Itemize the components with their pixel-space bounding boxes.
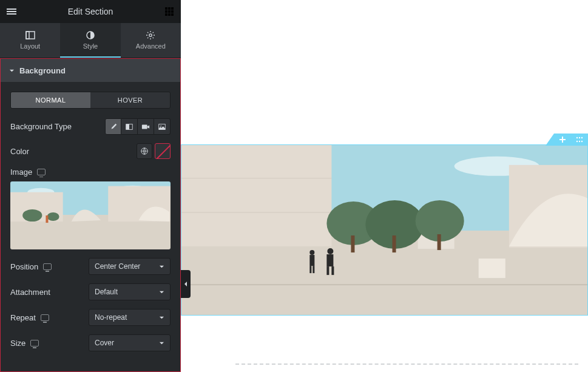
state-tab-normal[interactable]: NORMAL — [11, 92, 90, 108]
svg-rect-58 — [559, 139, 566, 140]
svg-point-20 — [160, 125, 161, 126]
state-tabs: NORMAL HOVER — [10, 92, 171, 109]
svg-rect-36 — [181, 144, 331, 246]
svg-rect-3 — [165, 7, 167, 10]
attachment-label: Attachment — [10, 288, 50, 297]
svg-point-63 — [579, 141, 580, 142]
svg-point-28 — [22, 209, 42, 222]
tab-style[interactable]: Style — [60, 23, 120, 58]
apps-grid-icon — [164, 7, 174, 16]
svg-rect-5 — [171, 7, 174, 10]
color-label: Color — [10, 147, 137, 156]
svg-rect-4 — [168, 7, 171, 10]
video-icon — [141, 123, 150, 131]
attachment-select[interactable]: Default — [89, 283, 171, 300]
style-icon — [86, 30, 95, 40]
svg-point-29 — [47, 212, 59, 221]
image-label: Image — [10, 167, 32, 177]
section-background-image — [181, 144, 588, 316]
tab-layout[interactable]: Layout — [0, 23, 60, 58]
layout-icon — [25, 30, 35, 40]
bg-type-classic[interactable] — [105, 118, 121, 135]
chevron-down-icon — [159, 264, 164, 269]
sidebar-header: Edit Section — [0, 0, 181, 23]
position-value: Center Center — [95, 262, 140, 271]
responsive-icon[interactable] — [30, 340, 39, 347]
editor-sidebar: Edit Section Layout Style Advanced — [0, 0, 181, 372]
tab-advanced[interactable]: Advanced — [121, 23, 181, 58]
svg-rect-0 — [7, 8, 16, 10]
preview-thumbnail — [10, 181, 171, 249]
svg-point-60 — [579, 137, 580, 138]
section-dropzone[interactable] — [235, 364, 578, 372]
svg-rect-53 — [326, 254, 333, 266]
svg-rect-12 — [26, 32, 35, 39]
responsive-icon[interactable] — [41, 314, 49, 321]
chevron-down-icon — [159, 315, 164, 320]
background-section-header[interactable]: Background — [1, 59, 180, 82]
position-label: Position — [10, 262, 38, 271]
panel-title: Edit Section — [19, 7, 161, 16]
background-section-title: Background — [19, 66, 66, 75]
size-value: Cover — [95, 339, 114, 347]
background-type-group — [105, 118, 171, 135]
position-select[interactable]: Center Center — [89, 258, 171, 275]
canvas — [181, 0, 588, 372]
tab-style-label: Style — [83, 42, 98, 50]
chevron-left-icon — [183, 281, 188, 287]
svg-rect-10 — [168, 13, 171, 16]
size-select[interactable]: Cover — [89, 334, 171, 351]
slideshow-icon — [158, 123, 166, 131]
svg-rect-41 — [479, 259, 505, 278]
background-type-label: Background Type — [10, 122, 105, 131]
responsive-icon[interactable] — [37, 169, 46, 175]
edit-section-handle[interactable] — [571, 134, 588, 146]
section-preview[interactable] — [181, 144, 588, 316]
svg-rect-51 — [313, 266, 314, 273]
hamburger-icon — [7, 7, 16, 16]
plus-icon — [559, 136, 566, 143]
panel-collapse-handle[interactable] — [181, 270, 191, 298]
state-tab-hover[interactable]: HOVER — [90, 92, 170, 108]
svg-point-64 — [581, 141, 583, 142]
caret-down-icon — [9, 68, 15, 73]
menu-button[interactable] — [4, 4, 19, 19]
repeat-label: Repeat — [10, 313, 36, 322]
main-tabs: Layout Style Advanced — [0, 23, 181, 58]
tab-layout-label: Layout — [20, 42, 40, 50]
repeat-value: No-repeat — [95, 313, 127, 322]
bg-type-slideshow[interactable] — [154, 118, 171, 135]
svg-rect-30 — [46, 215, 48, 223]
widgets-button[interactable] — [161, 4, 177, 19]
svg-rect-47 — [438, 234, 441, 250]
svg-rect-13 — [26, 32, 29, 39]
svg-rect-9 — [165, 13, 167, 16]
image-preview[interactable] — [10, 181, 171, 249]
svg-rect-49 — [309, 255, 314, 266]
bg-type-gradient[interactable] — [121, 118, 138, 135]
svg-rect-7 — [168, 10, 171, 13]
svg-rect-55 — [331, 266, 334, 275]
svg-rect-56 — [181, 284, 588, 285]
svg-rect-45 — [393, 235, 396, 252]
globe-icon — [140, 147, 149, 155]
svg-rect-2 — [7, 13, 16, 15]
color-swatch[interactable] — [155, 143, 171, 159]
add-section-button[interactable] — [554, 134, 571, 146]
svg-point-62 — [576, 141, 578, 142]
responsive-icon[interactable] — [43, 263, 52, 270]
attachment-value: Default — [95, 288, 118, 296]
size-label: Size — [10, 339, 25, 348]
global-color-button[interactable] — [137, 143, 152, 159]
bg-type-video[interactable] — [138, 118, 154, 135]
svg-point-59 — [576, 137, 578, 138]
svg-rect-11 — [171, 13, 174, 16]
svg-rect-8 — [171, 10, 174, 13]
svg-rect-50 — [309, 266, 311, 273]
svg-rect-43 — [351, 235, 354, 252]
svg-point-48 — [309, 250, 314, 255]
brush-icon — [109, 123, 118, 131]
svg-point-61 — [581, 137, 583, 138]
chevron-down-icon — [159, 289, 164, 295]
repeat-select[interactable]: No-repeat — [89, 309, 171, 326]
